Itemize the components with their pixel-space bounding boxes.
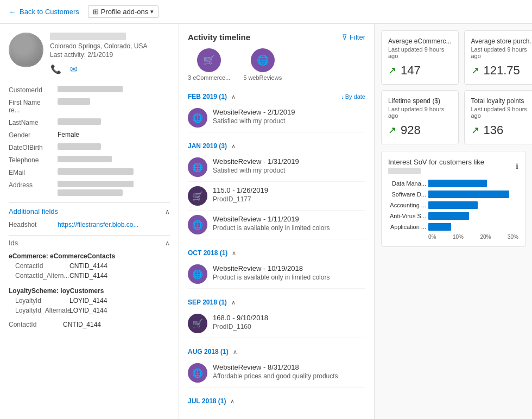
chart-bar-label: Application ... (388, 224, 426, 230)
profile-addons-button[interactable]: ⊞ Profile add-ons ▾ (88, 5, 159, 18)
field-row-address: Address (9, 179, 170, 198)
timeline-item-title: WebsiteReview - 1/31/2019 (213, 157, 365, 166)
cart-dot: 🛒 (188, 186, 207, 206)
web-dot: 🌐 (188, 157, 207, 177)
chart-bar-container (428, 180, 518, 187)
timeline-item-desc: Satisfied with my product (213, 167, 365, 174)
kpi-card-avg-store: Average store purch... Last updated 9 ho… (464, 30, 533, 85)
chart-bar-row: Data Mana... (388, 180, 518, 187)
kpi-title-avg-store: Average store purch... (471, 37, 533, 45)
chart-bar-row: Application ... (388, 223, 518, 231)
avatar-image (9, 33, 43, 67)
id-row-contactid: ContactId CNTID_4144 (9, 261, 170, 271)
id-value-loyaltyid: LOYID_4144 (69, 297, 107, 304)
field-value-customerid (58, 86, 170, 94)
kpi-card-loyalty-points: Total loyalty points Last updated 9 hour… (464, 90, 533, 144)
group-title-feb2019[interactable]: FEB 2019 (1) (188, 93, 227, 100)
group-header-jul2018: JUL 2018 (1) ∧ (188, 394, 365, 408)
timeline-item-content: 168.0 - 9/10/2018 ProdID_1160 (213, 314, 365, 331)
timeline-item: 🌐 WebsiteReview - 1/11/2019 Product is a… (188, 211, 365, 239)
additional-fields-chevron-icon: ∧ (165, 208, 170, 215)
kpi-updated-avg-ecommerce: Last updated 9 hours ago (388, 46, 452, 59)
timeline-item-title: WebsiteReview - 8/31/2018 (213, 363, 365, 371)
ecommerce-label: 3 eCommerce... (188, 74, 230, 81)
kpi-title-avg-ecommerce: Average eCommerc... (388, 37, 452, 45)
group-title-jul2018[interactable]: JUL 2018 (1) (188, 397, 226, 405)
chart-x-axis: 0% 10% 20% 30% (388, 234, 518, 240)
back-to-customers-link[interactable]: ← Back to Customers (9, 8, 79, 16)
group-title-jan2019[interactable]: JAN 2019 (3) (188, 142, 227, 150)
id-value-contactid: CNTID_4144 (69, 262, 107, 270)
timeline-item-desc: ProdID_1177 (213, 195, 365, 203)
activity-webreviews[interactable]: 🌐 5 webReviews (243, 48, 282, 81)
timeline-group-oct2018: OCT 2018 (1) ∧ 🌐 WebsiteReview - 10/19/2… (188, 246, 365, 289)
timeline-item-title: WebsiteReview - 1/11/2019 (213, 215, 365, 223)
phone-icon[interactable]: 📞 (50, 63, 62, 75)
id-row-contactid-bottom: ContactId CNTID_4144 (9, 320, 170, 329)
main-content: Colorado Springs, Colorado, USA Last act… (0, 24, 532, 419)
timeline-group-jul2018: JUL 2018 (1) ∧ (188, 394, 365, 408)
kpi-grid: Average eCommerc... Last updated 9 hours… (381, 30, 525, 144)
timeline-item-desc: Affordable prices and good quality produ… (213, 372, 365, 380)
kpi-value-lifetime-spend: 928 (401, 123, 421, 137)
info-icon[interactable]: ℹ (516, 162, 518, 170)
activity-ecommerce[interactable]: 🛒 3 eCommerce... (188, 48, 230, 81)
timeline-group-aug2018: AUG 2018 (1) ∧ 🌐 WebsiteReview - 8/31/20… (188, 345, 365, 388)
field-value-address (58, 181, 170, 196)
avatar (9, 33, 43, 67)
chart-bar-container (428, 212, 518, 220)
kpi-updated-loyalty-points: Last updated 9 hours ago (471, 106, 533, 119)
group-title-oct2018[interactable]: OCT 2018 (1) (188, 249, 227, 257)
trend-up-icon-lifetime-spend: ↗ (388, 124, 396, 136)
headshot-row: Headshot https://filestransfer.blob.co..… (9, 219, 170, 233)
filter-button[interactable]: ⊽ Filter (342, 33, 365, 41)
id-label-contact-bottom: ContactId (9, 321, 63, 328)
id-value-loyaltyid-alt: LOYID_4144 (69, 307, 107, 314)
chart-bar-label: Accounting ... (388, 202, 426, 208)
ids-section-header[interactable]: Ids ∧ (9, 235, 170, 250)
field-label-lastname: LastName (9, 118, 58, 126)
field-row-lastname: LastName (9, 116, 170, 129)
field-row-email: EMail (9, 166, 170, 179)
timeline-item-desc: Product is available only in limited col… (213, 274, 365, 281)
field-value-lastname (58, 118, 170, 126)
group-header-aug2018: AUG 2018 (1) ∧ (188, 345, 365, 359)
group-title-sep2018[interactable]: SEP 2018 (1) (188, 299, 227, 306)
trend-up-icon-loyalty-points: ↗ (471, 124, 479, 136)
field-label-telephone: Telephone (9, 156, 58, 164)
kpi-card-avg-ecommerce: Average eCommerc... Last updated 9 hours… (381, 30, 459, 85)
web-dot: 🌐 (188, 215, 207, 234)
profile-actions: 📞 ✉ (50, 63, 170, 75)
webreviews-circle: 🌐 (251, 48, 275, 72)
activity-icons-row: 🛒 3 eCommerce... 🌐 5 webReviews (188, 48, 365, 81)
timeline-item: 🌐 WebsiteReview - 1/31/2019 Satisfied wi… (188, 153, 365, 182)
group-header-jan2019: JAN 2019 (3) ∧ (188, 139, 365, 153)
ids-section: Ids ∧ eCommerce: eCommerceContacts Conta… (9, 235, 170, 329)
chart-bar-label: Software D... (388, 191, 426, 198)
sov-customer-name-blur (388, 168, 421, 174)
kpi-value-row-lifetime-spend: ↗ 928 (388, 123, 452, 137)
profile-header: Colorado Springs, Colorado, USA Last act… (9, 33, 170, 75)
group-title-aug2018[interactable]: AUG 2018 (1) (188, 348, 229, 355)
ecommerce-group-title: eCommerce: eCommerceContacts (9, 250, 170, 261)
additional-fields-header[interactable]: Additional fields ∧ (9, 202, 170, 219)
kpi-value-avg-ecommerce: 147 (401, 64, 421, 78)
x-label-20: 20% (480, 234, 491, 240)
field-label-firstname: First Name re... (9, 98, 58, 114)
sort-icon: ↓ (341, 93, 344, 100)
filter-icon: ⊽ (342, 33, 347, 41)
kpi-value-row-loyalty-points: ↗ 136 (471, 123, 533, 137)
chart-bar-container (428, 191, 518, 198)
headshot-value[interactable]: https://filestransfer.blob.co... (58, 221, 138, 228)
group-chevron-oct2018-icon: ∧ (232, 250, 236, 257)
email-icon[interactable]: ✉ (67, 63, 79, 75)
timeline-item: 🛒 115.0 - 1/26/2019 ProdID_1177 (188, 182, 365, 211)
profile-info: Colorado Springs, Colorado, USA Last act… (50, 33, 170, 75)
field-value-telephone (58, 156, 170, 164)
group-header-feb2019: FEB 2019 (1) ∧ ↓ By date (188, 90, 365, 104)
timeline-item: 🌐 WebsiteReview - 2/1/2019 Satisfied wit… (188, 104, 365, 132)
sort-by-date-button[interactable]: ↓ By date (341, 93, 365, 100)
timeline-item-title: WebsiteReview - 2/1/2019 (213, 108, 365, 116)
group-chevron-jan2019-icon: ∧ (231, 143, 236, 150)
timeline-group-feb2019: FEB 2019 (1) ∧ ↓ By date 🌐 WebsiteReview… (188, 90, 365, 132)
